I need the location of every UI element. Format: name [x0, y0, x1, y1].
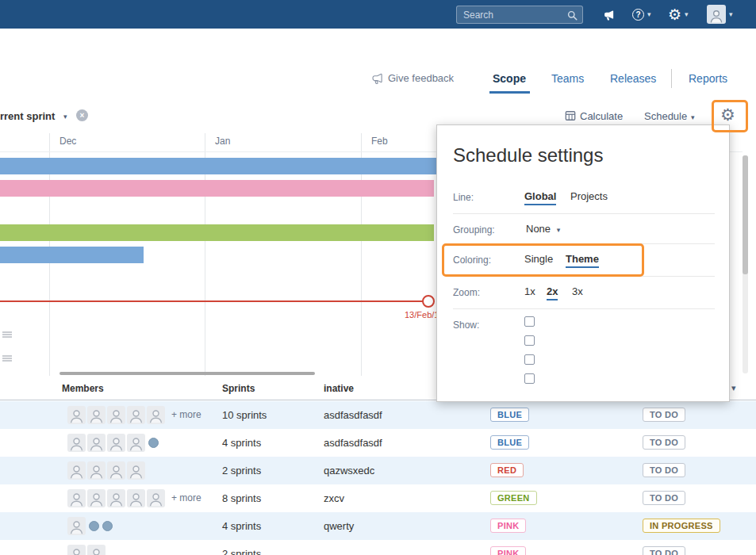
user-menu[interactable]: ▾: [707, 0, 733, 29]
row-name: qwerty: [324, 512, 354, 540]
avatar-icon: [107, 406, 125, 424]
row-sprints: 4 sprints: [222, 429, 261, 457]
member-badge-icon: [102, 521, 113, 531]
table-row[interactable]: + more 10 sprints asdfasdfasdf BLUE TO D…: [0, 401, 756, 429]
checkbox-icon[interactable]: [524, 373, 535, 384]
top-navigation-bar: ? ▾ ⚙ ▾ ▾: [0, 0, 756, 29]
avatar-icon: [107, 489, 125, 507]
row-drag-handle-icon[interactable]: [2, 355, 12, 362]
row-color-lozenge: BLUE: [490, 408, 529, 422]
option-projects[interactable]: Projects: [570, 190, 608, 202]
avatar-group: [67, 433, 159, 452]
popup-divider: [453, 276, 715, 277]
option-single[interactable]: Single: [524, 253, 553, 265]
clear-filter-icon[interactable]: ×: [76, 109, 88, 121]
avatar-icon: [127, 489, 145, 507]
option-theme[interactable]: Theme: [566, 253, 599, 268]
row-name: zxcv: [324, 484, 344, 512]
avatar-icon: [127, 434, 145, 452]
checkbox-issue-keys[interactable]: [524, 373, 541, 384]
chevron-down-icon: ▾: [557, 226, 561, 234]
option-zoom-3x[interactable]: 3x: [572, 285, 583, 297]
line-label: Line:: [453, 192, 474, 203]
avatar-group: + more: [67, 488, 201, 507]
avatar-icon: [67, 517, 86, 535]
popup-divider: [453, 243, 715, 244]
row-color-lozenge: GREEN: [490, 491, 537, 505]
checkbox-sprints[interactable]: [524, 335, 541, 346]
option-zoom-2x[interactable]: 2x: [547, 285, 558, 300]
announcements-megaphone-icon[interactable]: [603, 0, 615, 29]
schedule-settings-gear-icon[interactable]: ⚙: [720, 105, 735, 124]
admin-gear-icon[interactable]: ⚙ ▾: [668, 0, 689, 29]
avatar-group: + more: [67, 405, 201, 424]
checkbox-icon[interactable]: [524, 316, 535, 327]
search-box: [456, 6, 583, 24]
avatar-icon: [127, 406, 145, 424]
tab-reports[interactable]: Reports: [689, 72, 727, 85]
option-global[interactable]: Global: [524, 190, 556, 205]
option-zoom-1x[interactable]: 1x: [524, 285, 535, 297]
row-sprints: 2 sprints: [222, 540, 261, 555]
coloring-label: Coloring:: [453, 255, 491, 266]
row-sprints: 4 sprints: [222, 512, 261, 540]
row-color-lozenge: BLUE: [490, 435, 529, 450]
member-badge-icon: [89, 521, 99, 531]
schedule-button[interactable]: Schedule: [644, 110, 687, 122]
chevron-down-icon: ▾: [729, 11, 733, 18]
gantt-bar-blue-2[interactable]: [0, 247, 144, 263]
row-name: qazwsxedc: [324, 457, 374, 484]
more-members-link[interactable]: + more: [171, 409, 201, 420]
grouping-dropdown[interactable]: None ▾: [526, 223, 560, 235]
avatar-group: [67, 461, 145, 480]
tab-scope[interactable]: Scope: [493, 72, 526, 85]
calculate-icon[interactable]: [565, 110, 576, 124]
avatar-icon: [147, 489, 165, 507]
more-members-link[interactable]: + more: [171, 492, 201, 503]
column-menu-caret-icon[interactable]: ▾: [731, 383, 736, 393]
checkbox-empty-releases[interactable]: [524, 316, 541, 327]
chevron-down-icon[interactable]: ▾: [691, 113, 695, 121]
search-icon[interactable]: [567, 10, 578, 24]
table-row[interactable]: 4 sprints asdfasdfasdf BLUE TO DO: [0, 429, 756, 457]
month-label-feb: Feb: [371, 136, 388, 147]
tab-releases[interactable]: Releases: [610, 72, 656, 85]
question-mark-icon: ?: [632, 9, 644, 21]
avatar-icon: [87, 461, 106, 480]
avatar-icon: [127, 461, 145, 480]
grouping-label: Grouping:: [453, 224, 495, 235]
zoom-label: Zoom:: [453, 287, 480, 298]
vertical-scrollbar-thumb[interactable]: [743, 155, 748, 274]
table-row[interactable]: 2 sprints qazwsxedc RED TO DO: [0, 457, 756, 484]
row-drag-handle-icon[interactable]: [2, 331, 12, 338]
show-label: Show:: [453, 320, 479, 331]
tab-teams[interactable]: Teams: [551, 72, 584, 85]
column-header-members[interactable]: Members: [62, 383, 104, 394]
gantt-bar-pink[interactable]: [0, 180, 434, 197]
table-body: + more 10 sprints asdfasdfasdf BLUE TO D…: [0, 401, 756, 555]
row-name: asdfasdfasdf: [324, 429, 382, 457]
help-icon[interactable]: ? ▾: [632, 0, 651, 29]
user-avatar: [707, 5, 726, 24]
horizontal-scrollbar-thumb[interactable]: [59, 372, 315, 375]
table-row[interactable]: 4 sprints qwerty PINK IN PROGRESS: [0, 512, 756, 540]
calculate-button[interactable]: Calculate: [580, 110, 623, 122]
checkbox-icon[interactable]: [524, 354, 535, 365]
checkbox-icon[interactable]: [524, 335, 535, 346]
gantt-bar-blue-1[interactable]: [0, 158, 439, 174]
column-header-initiative[interactable]: inative: [324, 383, 354, 394]
checkbox-dependencies[interactable]: [524, 354, 541, 365]
table-row[interactable]: + more 8 sprints zxcv GREEN TO DO: [0, 484, 756, 512]
section-nav: Give feedback Scope Teams Releases Repor…: [0, 67, 756, 95]
give-feedback-button[interactable]: Give feedback: [371, 72, 454, 84]
chevron-down-icon: ▾: [647, 11, 651, 18]
gantt-bar-green[interactable]: [0, 224, 434, 241]
chevron-down-icon[interactable]: ▾: [63, 113, 67, 121]
row-status-lozenge: TO DO: [643, 435, 685, 450]
sprint-filter-label[interactable]: rrent sprint: [0, 110, 55, 122]
search-input[interactable]: [457, 6, 562, 23]
table-row[interactable]: 2 sprints PINK TO DO: [0, 540, 756, 555]
row-color-lozenge: RED: [490, 463, 524, 477]
column-header-sprints[interactable]: Sprints: [222, 383, 255, 394]
active-tab-underline: [489, 91, 530, 94]
